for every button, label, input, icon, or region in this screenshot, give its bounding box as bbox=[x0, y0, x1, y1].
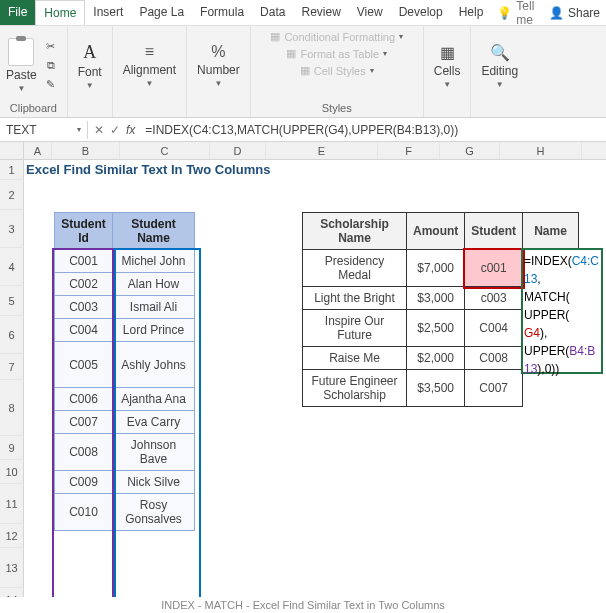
chevron-down-icon: ▼ bbox=[496, 80, 504, 89]
cond-format-icon: ▦ bbox=[270, 30, 280, 43]
row-header-10[interactable]: 10 bbox=[0, 460, 24, 484]
table-row[interactable]: C002Alan How bbox=[55, 273, 195, 296]
row-header-2[interactable]: 2 bbox=[0, 180, 24, 210]
col-header-f[interactable]: F bbox=[378, 142, 440, 159]
tab-page-layout[interactable]: Page La bbox=[131, 0, 192, 25]
table-row[interactable]: C001Michel John bbox=[55, 250, 195, 273]
row-header-11[interactable]: 11 bbox=[0, 484, 24, 524]
cells-button[interactable]: ▦Cells▼ bbox=[430, 41, 465, 91]
col-header-h[interactable]: H bbox=[500, 142, 582, 159]
number-button[interactable]: %Number▼ bbox=[193, 41, 244, 90]
col-header-a[interactable]: A bbox=[24, 142, 52, 159]
font-letter-icon: A bbox=[83, 42, 96, 63]
row-header-4[interactable]: 4 bbox=[0, 248, 24, 286]
tab-help[interactable]: Help bbox=[451, 0, 492, 25]
col-header-g[interactable]: G bbox=[440, 142, 500, 159]
table-row[interactable]: C003Ismail Ali bbox=[55, 296, 195, 319]
paste-icon bbox=[8, 38, 34, 66]
header-scholarship-name: Scholarship Name bbox=[303, 213, 407, 250]
cell-styles-icon: ▦ bbox=[300, 64, 310, 77]
tab-developer[interactable]: Develop bbox=[391, 0, 451, 25]
chevron-down-icon: ▼ bbox=[145, 79, 153, 88]
share-icon: 👤 bbox=[549, 6, 564, 20]
header-student-name: Student Name bbox=[113, 213, 195, 250]
chevron-down-icon: ▼ bbox=[86, 81, 94, 90]
tab-insert[interactable]: Insert bbox=[85, 0, 131, 25]
table-row[interactable]: C006Ajantha Ana bbox=[55, 388, 195, 411]
tab-home[interactable]: Home bbox=[35, 0, 85, 25]
enter-icon[interactable]: ✓ bbox=[110, 123, 120, 137]
cut-button[interactable]: ✂ bbox=[41, 38, 61, 56]
column-headers: A B C D E F G H bbox=[0, 142, 606, 160]
tell-me-box[interactable]: 💡 Tell me bbox=[491, 0, 549, 25]
share-button[interactable]: 👤 Share bbox=[549, 0, 606, 25]
group-cells: ▦Cells▼ bbox=[424, 26, 472, 117]
col-header-c[interactable]: C bbox=[120, 142, 210, 159]
worksheet[interactable]: 1 2 3 4 5 6 7 8 9 10 11 12 13 14 Excel F… bbox=[0, 160, 606, 613]
group-styles: ▦Conditional Formatting▾ ▦Format as Tabl… bbox=[251, 26, 424, 117]
tab-formulas[interactable]: Formula bbox=[192, 0, 252, 25]
row-header-12[interactable]: 12 bbox=[0, 524, 24, 548]
tab-data[interactable]: Data bbox=[252, 0, 293, 25]
formula-input[interactable]: =INDEX(C4:C13,MATCH(UPPER(G4),UPPER(B4:B… bbox=[141, 121, 606, 139]
table-row[interactable]: C009Nick Silve bbox=[55, 471, 195, 494]
row-header-13[interactable]: 13 bbox=[0, 548, 24, 588]
cell-g4[interactable]: c001 bbox=[465, 250, 523, 287]
cell-styles-button[interactable]: ▦Cell Styles▾ bbox=[300, 64, 374, 77]
table-row[interactable]: C010Rosy Gonsalves bbox=[55, 494, 195, 531]
cell-h4-formula[interactable]: =INDEX(C4:C13, MATCH( UPPER( G4), UPPER(… bbox=[524, 252, 602, 378]
header-amount: Amount bbox=[407, 213, 465, 250]
table-icon: ▦ bbox=[286, 47, 296, 60]
cancel-icon[interactable]: ✕ bbox=[94, 123, 104, 137]
row-header-1[interactable]: 1 bbox=[0, 160, 24, 180]
row-header-7[interactable]: 7 bbox=[0, 354, 24, 380]
editing-button[interactable]: 🔍Editing▼ bbox=[477, 41, 522, 91]
table-row[interactable]: C004Lord Prince bbox=[55, 319, 195, 342]
row-header-6[interactable]: 6 bbox=[0, 316, 24, 354]
table-row[interactable]: C007Eva Carry bbox=[55, 411, 195, 434]
col-header-b[interactable]: B bbox=[52, 142, 120, 159]
copy-button[interactable]: ⧉ bbox=[41, 57, 61, 75]
font-button[interactable]: AFont▼ bbox=[74, 40, 106, 92]
header-student-id: Student Id bbox=[55, 213, 113, 250]
find-icon: 🔍 bbox=[490, 43, 510, 62]
row-header-3[interactable]: 3 bbox=[0, 210, 24, 248]
scissors-icon: ✂ bbox=[46, 40, 55, 53]
row-header-5[interactable]: 5 bbox=[0, 286, 24, 316]
col-header-e[interactable]: E bbox=[266, 142, 378, 159]
select-all-corner[interactable] bbox=[0, 142, 24, 159]
name-box[interactable]: TEXT ▾ bbox=[0, 121, 88, 139]
col-header-d[interactable]: D bbox=[210, 142, 266, 159]
align-icon: ≡ bbox=[145, 43, 154, 61]
table-row[interactable]: C008Johnson Bave bbox=[55, 434, 195, 471]
group-font: AFont▼ bbox=[68, 26, 113, 117]
table-row[interactable]: C005Ashly Johns bbox=[55, 342, 195, 388]
styles-label: Styles bbox=[322, 101, 352, 115]
row-header-8[interactable]: 8 bbox=[0, 380, 24, 436]
conditional-formatting-button[interactable]: ▦Conditional Formatting▾ bbox=[270, 30, 403, 43]
tab-review[interactable]: Review bbox=[293, 0, 348, 25]
paste-label: Paste bbox=[6, 68, 37, 82]
table-header-row: Scholarship Name Amount Student Name bbox=[303, 213, 579, 250]
footer-caption: INDEX - MATCH - Excel Find Similar Text … bbox=[0, 597, 606, 613]
format-as-table-button[interactable]: ▦Format as Table▾ bbox=[286, 47, 387, 60]
table-header-row: Student Id Student Name bbox=[55, 213, 195, 250]
menu-bar: File Home Insert Page La Formula Data Re… bbox=[0, 0, 606, 26]
students-table: Student Id Student Name C001Michel John … bbox=[54, 212, 195, 531]
name-box-value: TEXT bbox=[6, 123, 37, 137]
header-name: Name bbox=[523, 213, 579, 250]
fx-icon[interactable]: fx bbox=[126, 123, 135, 137]
header-student: Student bbox=[465, 213, 523, 250]
percent-icon: % bbox=[211, 43, 225, 61]
group-number: %Number▼ bbox=[187, 26, 251, 117]
alignment-button[interactable]: ≡Alignment▼ bbox=[119, 41, 180, 90]
chevron-down-icon: ▼ bbox=[443, 80, 451, 89]
row-header-9[interactable]: 9 bbox=[0, 436, 24, 460]
copy-icon: ⧉ bbox=[47, 59, 55, 72]
tab-view[interactable]: View bbox=[349, 0, 391, 25]
tab-file[interactable]: File bbox=[0, 0, 35, 25]
format-painter-button[interactable]: ✎ bbox=[41, 76, 61, 94]
paste-button[interactable]: Paste ▼ bbox=[6, 38, 37, 93]
brush-icon: ✎ bbox=[46, 78, 55, 91]
group-clipboard: Paste ▼ ✂ ⧉ ✎ Clipboard bbox=[0, 26, 68, 117]
